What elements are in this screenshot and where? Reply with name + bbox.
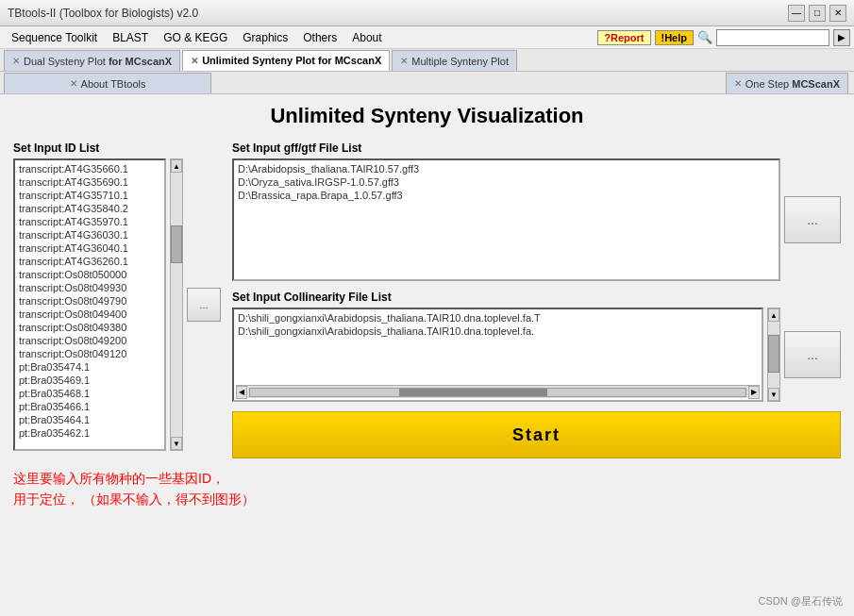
collinearity-panel-label: Set Input Collinearity File List — [232, 291, 841, 304]
collinearity-list-area: D:\shili_gongxianxi\Arabidopsis_thaliana… — [232, 308, 841, 402]
list-item[interactable]: transcript:AT4G35660.1 — [17, 162, 162, 175]
tab-about-tbtools[interactable]: ✕ About TBtools — [4, 73, 211, 93]
col-scroll-track — [768, 322, 779, 388]
scroll-up-arrow[interactable]: ▲ — [171, 159, 182, 173]
list-item[interactable]: pt:Bra035474.1 — [17, 360, 162, 374]
col-vscrollbar[interactable]: ▲ ▼ — [767, 308, 780, 402]
start-button[interactable]: Start — [232, 411, 841, 458]
menu-right-area: ?Report !Help 🔍 ▶ — [597, 29, 850, 46]
tab-multiple-label: Multiple Synteny Plot — [411, 56, 509, 67]
list-item[interactable]: transcript:Os08t049930 — [17, 281, 162, 294]
scroll-down-arrow[interactable]: ▼ — [171, 437, 182, 450]
list-item[interactable]: pt:Bra035468.1 — [17, 387, 162, 400]
tab-bar-1: ✕ Dual Systeny Plot for MCscanX ✕ Unlimi… — [0, 49, 854, 72]
col-scroll-up[interactable]: ▲ — [768, 308, 779, 322]
hscroll-inner: ◀ ▶ — [236, 386, 760, 398]
list-item[interactable]: pt:Bra035464.1 — [17, 413, 162, 426]
collinearity-row: D:\shili_gongxianxi\Arabidopsis_thaliana… — [236, 311, 760, 398]
list-item[interactable]: pt:Bra035469.1 — [17, 374, 162, 387]
list-item[interactable]: transcript:AT4G35690.1 — [17, 175, 162, 189]
list-item[interactable]: pt:Bra035466.1 — [17, 400, 162, 413]
list-item[interactable]: transcript:AT4G35840.2 — [17, 202, 162, 215]
gff-list-item[interactable]: D:\Arabidopsis_thaliana.TAIR10.57.gff3 — [236, 162, 777, 175]
tab-close-icon-2[interactable]: ✕ — [191, 56, 198, 66]
main-content: Unlimited Synteny Visualization Set Inpu… — [0, 94, 854, 616]
start-btn-area: Start — [232, 411, 841, 458]
list-item[interactable]: pt:Bra035462.1 — [17, 426, 162, 440]
list-item[interactable]: transcript:Os08t050000 — [17, 268, 162, 281]
tab-one-step-label: One Step MCScanX — [745, 78, 840, 90]
annotation-text: 这里要输入所有物种的一些基因ID， 用于定位， （如果不输入，得不到图形） — [13, 468, 841, 510]
menu-blast[interactable]: BLAST — [105, 29, 156, 46]
report-button[interactable]: ?Report — [597, 30, 650, 45]
annotation-line2: 用于定位， （如果不输入，得不到图形） — [13, 489, 841, 509]
maximize-btn[interactable]: □ — [809, 5, 826, 22]
collinearity-item[interactable]: D:\shili_gongxianxi\Arabidopsis_thaliana… — [236, 325, 760, 338]
hscroll-track — [249, 388, 746, 397]
list-item[interactable]: transcript:Os08t049120 — [17, 347, 162, 360]
col-action-btn[interactable]: ... — [784, 331, 841, 378]
annotation-line1: 这里要输入所有物种的一些基因ID， — [13, 468, 841, 489]
search-go-btn[interactable]: ▶ — [833, 29, 850, 46]
list-item[interactable]: transcript:AT4G36260.1 — [17, 255, 162, 268]
id-list-action-btn[interactable]: ... — [187, 288, 221, 322]
list-item[interactable]: transcript:AT4G36040.1 — [17, 241, 162, 255]
menu-sequence-toolkit[interactable]: Sequence Toolkit — [4, 29, 105, 46]
gff-action-btn[interactable]: ... — [784, 196, 841, 243]
col-scroll-down[interactable]: ▼ — [768, 388, 779, 401]
gff-list-item[interactable]: D:\Oryza_sativa.IRGSP-1.0.57.gff3 — [236, 175, 777, 189]
col-side-btn-area: ... — [784, 308, 841, 402]
tab-close-icon-3[interactable]: ✕ — [400, 56, 408, 66]
tab-multiple-synteny[interactable]: ✕ Multiple Synteny Plot — [392, 50, 517, 71]
collinearity-hscrollbar[interactable]: ◀ ▶ — [236, 385, 760, 398]
menu-go-kegg[interactable]: GO & KEGG — [156, 29, 235, 46]
id-list-box[interactable]: transcript:AT4G35660.1transcript:AT4G356… — [13, 158, 166, 451]
window-controls: — □ ✕ — [788, 5, 846, 22]
collinearity-section: Set Input Collinearity File List D:\shil… — [232, 291, 841, 402]
list-item[interactable]: transcript:AT4G35710.1 — [17, 189, 162, 202]
page-title: Unlimited Synteny Visualization — [13, 104, 841, 128]
close-btn[interactable]: ✕ — [829, 5, 846, 22]
tab-close-icon[interactable]: ✕ — [12, 56, 20, 66]
title-bar: TBtools-II (Toolbox for Biologists) v2.0… — [0, 0, 854, 26]
hscroll-right-arrow[interactable]: ▶ — [748, 386, 760, 399]
collinearity-list-box[interactable]: D:\shili_gongxianxi\Arabidopsis_thaliana… — [232, 308, 763, 402]
search-input[interactable] — [716, 29, 829, 46]
tab-dual-label: Dual Systeny Plot for MCscanX — [24, 56, 172, 67]
tab-unlimited-synteny[interactable]: ✕ Unlimited Synteny Plot for MCscanX — [182, 50, 390, 71]
gff-file-list-box[interactable]: D:\Arabidopsis_thaliana.TAIR10.57.gff3D:… — [232, 158, 780, 281]
right-panel: Set Input gff/gtf File List D:\Arabidops… — [232, 142, 841, 458]
list-item[interactable]: transcript:Os08t049790 — [17, 294, 162, 308]
list-item[interactable]: transcript:Os08t049380 — [17, 321, 162, 334]
content-grid: Set Input ID List transcript:AT4G35660.1… — [13, 142, 841, 458]
id-list-area: transcript:AT4G35660.1transcript:AT4G356… — [13, 158, 221, 451]
menu-others[interactable]: Others — [295, 29, 344, 46]
gff-section: Set Input gff/gtf File List D:\Arabidops… — [232, 142, 841, 281]
gff-list-item[interactable]: D:\Brassica_rapa.Brapa_1.0.57.gff3 — [236, 189, 777, 202]
menu-about[interactable]: About — [344, 29, 389, 46]
gff-side-btn-area: ... — [784, 158, 841, 281]
menu-graphics[interactable]: Graphics — [235, 29, 295, 46]
left-panel-label: Set Input ID List — [13, 142, 221, 155]
minimize-btn[interactable]: — — [788, 5, 805, 22]
scroll-thumb — [171, 225, 182, 263]
id-list-side-buttons: ... — [187, 158, 221, 451]
scroll-track — [171, 173, 182, 437]
collinearity-item[interactable]: D:\shili_gongxianxi\Arabidopsis_thaliana… — [236, 311, 760, 325]
tab-close-icon-5[interactable]: ✕ — [734, 78, 742, 89]
help-button[interactable]: !Help — [655, 30, 695, 45]
list-item[interactable]: transcript:Os08t049200 — [17, 334, 162, 347]
collinearity-text-area: D:\shili_gongxianxi\Arabidopsis_thaliana… — [236, 311, 760, 385]
tab-dual-synteny[interactable]: ✕ Dual Systeny Plot for MCscanX — [4, 50, 180, 71]
search-icon: 🔍 — [697, 30, 712, 44]
list-item[interactable]: transcript:AT4G35970.1 — [17, 215, 162, 228]
tab-close-icon-4[interactable]: ✕ — [70, 78, 77, 89]
tab-one-step[interactable]: ✕ One Step MCScanX — [726, 73, 848, 93]
tab-about-label: About TBtools — [81, 78, 146, 90]
gff-file-list-area: D:\Arabidopsis_thaliana.TAIR10.57.gff3D:… — [232, 158, 841, 281]
list-item[interactable]: transcript:Os08t049400 — [17, 308, 162, 321]
hscroll-left-arrow[interactable]: ◀ — [236, 386, 247, 399]
list-item[interactable]: transcript:AT4G36030.1 — [17, 228, 162, 241]
id-list-scrollbar[interactable]: ▲ ▼ — [170, 158, 183, 451]
menu-bar: Sequence Toolkit BLAST GO & KEGG Graphic… — [0, 26, 854, 49]
